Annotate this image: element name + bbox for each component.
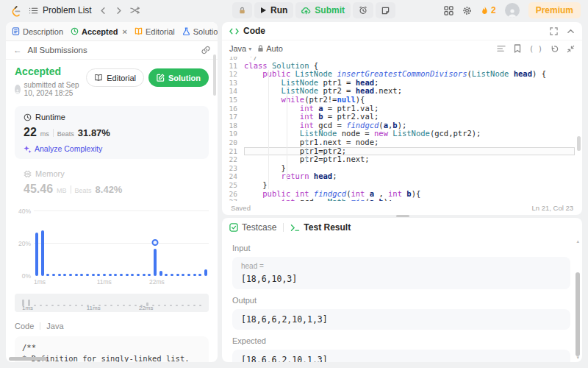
left-panel-hscrollbar[interactable] (9, 357, 47, 361)
analyze-complexity-link[interactable]: Analyze Complexity (24, 144, 200, 153)
chart-bar[interactable] (203, 205, 209, 276)
left-panel-scrollbar[interactable] (213, 54, 216, 96)
submit-button[interactable]: Submit (295, 2, 351, 18)
ytick-20: 20% (15, 240, 31, 247)
editor-scrollbar[interactable] (577, 136, 581, 151)
testcase-value-box: [18,6,6,2,10,1,3] (232, 350, 570, 362)
test-result-content: ▴ Inputhead =[18,6,10,3]Output[18,6,6,2,… (222, 237, 582, 362)
test-sections: Inputhead =[18,6,10,3]Output[18,6,6,2,10… (232, 244, 570, 362)
scroll-up-icon[interactable]: ▴ (576, 238, 579, 244)
chart-bar[interactable] (152, 205, 158, 276)
chart-bar[interactable] (85, 205, 90, 276)
play-icon (260, 7, 267, 14)
chart-bar[interactable] (57, 205, 62, 276)
problem-list-label: Problem List (43, 5, 92, 15)
collapse-panel-icon[interactable] (567, 27, 575, 35)
chart-bar[interactable] (51, 205, 57, 276)
autocomplete-toggle[interactable]: Auto (257, 44, 283, 53)
chart-bar[interactable] (192, 205, 198, 276)
editor-line[interactable]: 24 return head; (222, 172, 582, 181)
history-clock-icon (71, 27, 79, 35)
tab-description[interactable]: Description (12, 27, 63, 36)
submission-detail: Accepted submitted at Sep 10, 2024 18:25… (6, 60, 218, 362)
chart-bar[interactable] (79, 205, 85, 276)
scroll-down-icon[interactable]: ▾ (576, 355, 579, 361)
runtime-card[interactable]: Runtime 22 ms Beats 31.87% Analyze Compl… (15, 106, 209, 159)
panel-resize-handle[interactable] (396, 215, 409, 217)
minimize-editor-icon[interactable] (567, 45, 575, 53)
chart-bar[interactable] (186, 205, 192, 276)
chart-bar[interactable] (175, 205, 181, 276)
tab-solutions-label: Solutions (193, 27, 218, 36)
tab-test-result[interactable]: Test Result (290, 222, 351, 233)
premium-button[interactable]: Premium (528, 2, 581, 18)
format-code-icon[interactable] (497, 45, 506, 52)
share-link-icon[interactable] (201, 46, 210, 54)
tab-accepted[interactable]: Accepted × (71, 27, 127, 36)
chart-bar[interactable] (96, 205, 101, 276)
chart-bar[interactable] (34, 205, 40, 276)
chart-minimap[interactable]: 1ms11ms22ms (15, 294, 209, 312)
runtime-title: Runtime (35, 113, 65, 121)
editorial-button[interactable]: Editorial (86, 68, 144, 87)
reset-code-icon[interactable] (551, 45, 559, 53)
test-result-tab-label: Test Result (304, 222, 351, 233)
run-button[interactable]: Run (254, 2, 293, 18)
chart-bar[interactable] (129, 205, 135, 276)
runtime-chart-bars[interactable] (34, 205, 209, 276)
prev-problem-icon[interactable] (99, 7, 107, 15)
tab-solutions[interactable]: Solutions (182, 27, 218, 36)
all-submissions-link[interactable]: All Submissions (28, 46, 87, 54)
shuffle-icon[interactable] (130, 6, 140, 15)
testcase-scrollbar[interactable] (576, 272, 580, 356)
ytick-40: 40% (15, 208, 31, 215)
close-tab-icon[interactable]: × (123, 27, 127, 36)
chart-bar[interactable] (62, 205, 68, 276)
chart-bar[interactable] (68, 205, 74, 276)
tab-editorial[interactable]: Editorial (135, 27, 175, 36)
chart-bar[interactable] (90, 205, 96, 276)
memory-card[interactable]: Memory 45.46 MB Beats 8.42% (15, 169, 209, 196)
chart-bar[interactable] (74, 205, 79, 276)
chart-bar[interactable] (135, 205, 141, 276)
chart-bar[interactable] (197, 205, 203, 276)
fullscreen-icon[interactable] (550, 27, 558, 35)
settings-gear-icon[interactable] (462, 6, 472, 15)
chart-bar[interactable] (45, 205, 51, 276)
chart-bar[interactable] (163, 205, 169, 276)
testcase-section-label: Input (232, 244, 570, 252)
chart-bar[interactable] (158, 205, 164, 276)
avatar[interactable] (505, 3, 520, 18)
bookmark-icon[interactable] (514, 44, 521, 53)
chart-bar[interactable] (40, 205, 46, 276)
next-problem-icon[interactable] (115, 7, 123, 15)
solution-button[interactable]: Solution (148, 68, 209, 87)
code-editor[interactable]: 10 */11class Solution {12 public ListNod… (222, 57, 582, 201)
problem-list-icon (29, 6, 38, 15)
layout-switcher-icon[interactable] (444, 6, 453, 15)
bracket-jump-icon[interactable]: ( ) (529, 45, 542, 53)
chart-bar[interactable] (101, 205, 107, 276)
notes-button[interactable] (376, 2, 395, 18)
chart-bar[interactable] (118, 205, 124, 276)
editor-line[interactable]: 27 int gcd = Math.min(a,b); (222, 198, 582, 201)
chart-xtick: 11ms (97, 278, 112, 286)
timer-button[interactable] (353, 2, 373, 18)
chart-bar[interactable] (169, 205, 175, 276)
tab-testcase[interactable]: Testcase (229, 222, 276, 233)
chart-bar[interactable] (107, 205, 113, 276)
debugger-button[interactable] (232, 2, 252, 18)
memory-beats-label: Beats (75, 187, 92, 194)
leetcode-logo-icon[interactable] (9, 4, 21, 17)
back-arrow-icon[interactable]: ← (13, 46, 22, 54)
chart-bar[interactable] (112, 205, 118, 276)
streak-counter[interactable]: 2 (481, 5, 496, 15)
chart-bar[interactable] (180, 205, 186, 276)
language-selector[interactable]: Java ▾ (229, 44, 251, 53)
testcase-section-label: Expected (232, 336, 570, 345)
chart-bar[interactable] (141, 205, 147, 276)
problem-list-button[interactable]: Problem List (29, 5, 92, 15)
code-section-lang: Java (46, 322, 63, 330)
saved-status: Saved (231, 204, 251, 212)
chart-bar[interactable] (124, 205, 130, 276)
